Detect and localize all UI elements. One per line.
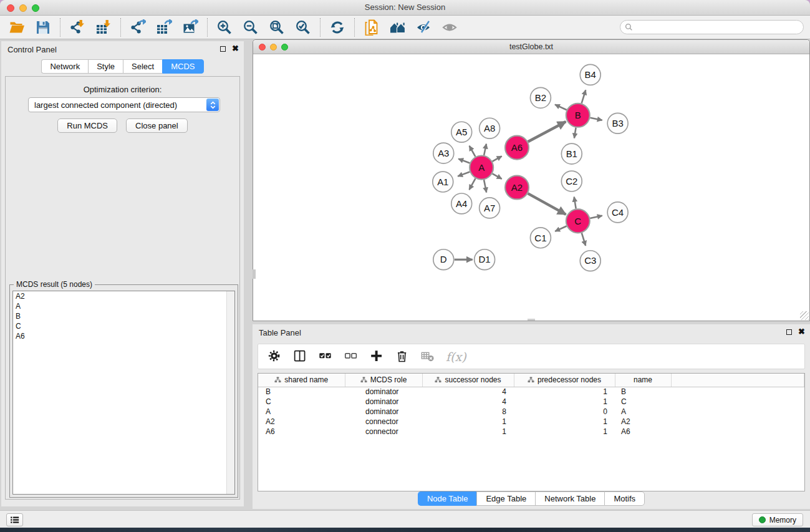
open-session-icon[interactable] (8, 19, 26, 36)
column-header-MCDS-role[interactable]: MCDS role (345, 374, 422, 387)
zoom-fit-icon[interactable] (268, 19, 286, 36)
graph-node-C4[interactable]: C4 (607, 202, 628, 223)
add-column-icon[interactable] (369, 349, 384, 364)
tab-network[interactable]: Network (41, 59, 88, 74)
graph-node-C1[interactable]: C1 (530, 228, 551, 248)
graph-node-A1[interactable]: A1 (433, 172, 453, 192)
import-table-icon[interactable] (95, 19, 112, 36)
delete-table-icon[interactable] (420, 349, 435, 364)
graph-edge-C-C2[interactable] (574, 197, 576, 209)
column-header-successor-nodes[interactable]: successor nodes (422, 374, 514, 387)
tab-motifs[interactable]: Motifs (604, 491, 645, 506)
graph-node-A8[interactable]: A8 (480, 118, 500, 138)
mcds-result-item[interactable]: B (13, 311, 234, 321)
graph-node-B3[interactable]: B3 (607, 113, 628, 133)
float-panel-icon[interactable] (220, 46, 226, 52)
deselect-all-icon[interactable] (344, 349, 359, 364)
graph-node-A7[interactable]: A7 (480, 198, 500, 218)
network-window-titlebar[interactable]: testGlobe.txt (253, 40, 809, 54)
graph-node-D1[interactable]: D1 (475, 249, 495, 270)
graph-node-B4[interactable]: B4 (580, 64, 600, 85)
network-from-file-icon[interactable] (363, 19, 380, 36)
graph-node-D[interactable]: D (433, 249, 454, 270)
optimization-criterion-select[interactable]: largest connected component (directed) (28, 97, 220, 112)
graph-edge-A-A1[interactable] (458, 172, 470, 177)
graph-edge-A-A2[interactable] (493, 173, 502, 178)
window-resize-grip[interactable] (800, 311, 809, 320)
search-input[interactable] (620, 20, 804, 34)
split-view-icon[interactable] (292, 349, 307, 364)
settings-icon[interactable] (267, 349, 282, 364)
task-history-button[interactable] (6, 513, 23, 526)
export-table-icon[interactable] (155, 19, 173, 36)
graph-edge-A-A8[interactable] (484, 144, 486, 155)
tab-select[interactable]: Select (123, 59, 162, 74)
graph-node-C3[interactable]: C3 (580, 251, 600, 271)
graph-edge-B-B2[interactable] (555, 105, 567, 110)
table-row[interactable]: A6connector11A6 (258, 427, 804, 437)
graph-node-A6[interactable]: A6 (505, 136, 529, 160)
graph-edge-B-B3[interactable] (590, 118, 602, 120)
graph-node-B1[interactable]: B1 (561, 143, 582, 164)
graph-node-B[interactable]: B (566, 104, 590, 127)
graph-edge-A-A3[interactable] (458, 159, 470, 163)
table-row[interactable]: Adominator80A (258, 407, 804, 417)
graph-edge-A-A5[interactable] (470, 146, 476, 157)
graph-node-A4[interactable]: A4 (451, 193, 472, 214)
graph-edge-B-B1[interactable] (574, 127, 576, 138)
canvas-vscroll-indicator[interactable] (253, 269, 256, 279)
tab-mcds[interactable]: MCDS (162, 59, 203, 74)
save-session-icon[interactable] (34, 19, 52, 36)
tab-node-table[interactable]: Node Table (418, 491, 477, 506)
graph-edge-C-C3[interactable] (582, 233, 586, 246)
graph-edge-A-A6[interactable] (493, 156, 502, 161)
memory-button[interactable]: Memory (752, 513, 803, 526)
zoom-selected-icon[interactable] (294, 19, 312, 36)
graph-edge-A-A4[interactable] (469, 178, 475, 190)
graph-edge-A2-C[interactable] (528, 193, 566, 215)
graph-edge-A6-B[interactable] (528, 122, 566, 142)
graph-node-A5[interactable]: A5 (451, 122, 472, 142)
table-float-panel-icon[interactable] (786, 329, 792, 335)
zoom-in-icon[interactable] (216, 19, 233, 36)
mcds-result-item[interactable]: A (13, 301, 234, 311)
network-canvas[interactable]: B4B2BB3A8A5A6A3B1AC2A1A2A4A7C4CC1C3DD1 (253, 54, 809, 321)
graph-node-A[interactable]: A (470, 156, 493, 180)
graph-node-C[interactable]: C (566, 209, 590, 233)
column-header-predecessor-nodes[interactable]: predecessor nodes (514, 374, 615, 387)
export-network-icon[interactable] (129, 19, 147, 36)
close-panel-button[interactable]: Close panel (126, 118, 188, 133)
run-mcds-button[interactable]: Run MCDS (57, 118, 117, 133)
graph-node-A2[interactable]: A2 (505, 176, 529, 200)
column-header-name[interactable]: name (615, 374, 671, 387)
delete-column-icon[interactable] (395, 349, 410, 364)
export-image-icon[interactable] (181, 19, 199, 36)
tab-network-table[interactable]: Network Table (535, 491, 604, 506)
graph-node-B2[interactable]: B2 (530, 87, 551, 108)
mcds-result-item[interactable]: C (13, 321, 234, 331)
select-all-icon[interactable] (318, 349, 333, 364)
table-row[interactable]: A2connector11A2 (258, 417, 804, 427)
zoom-out-icon[interactable] (242, 19, 259, 36)
mcds-result-list[interactable]: A2ABCA6 (12, 291, 235, 495)
result-list-scrollbar[interactable] (226, 291, 234, 494)
mcds-result-item[interactable]: A6 (13, 331, 234, 341)
close-panel-icon[interactable]: ✖ (232, 46, 239, 52)
table-close-panel-icon[interactable]: ✖ (798, 329, 805, 335)
refresh-layout-icon[interactable] (329, 19, 346, 36)
function-builder-icon[interactable]: f(x) (446, 350, 466, 364)
graph-edge-C-C1[interactable] (555, 226, 566, 231)
table-row[interactable]: Bdominator41B (258, 387, 804, 397)
tab-edge-table[interactable]: Edge Table (476, 491, 535, 506)
table-row[interactable]: Cdominator41C (258, 397, 804, 407)
canvas-hscroll-indicator[interactable] (528, 319, 535, 321)
graph-edge-C-C4[interactable] (590, 216, 602, 218)
tab-style[interactable]: Style (88, 59, 123, 74)
show-hide-panels-icon[interactable] (415, 19, 433, 36)
graph-node-C2[interactable]: C2 (561, 171, 582, 191)
graph-node-A3[interactable]: A3 (433, 143, 454, 163)
graph-edge-A-A7[interactable] (484, 180, 486, 192)
mcds-result-item[interactable]: A2 (13, 291, 234, 301)
import-network-icon[interactable] (69, 19, 86, 36)
preview-eye-icon[interactable] (441, 19, 459, 36)
